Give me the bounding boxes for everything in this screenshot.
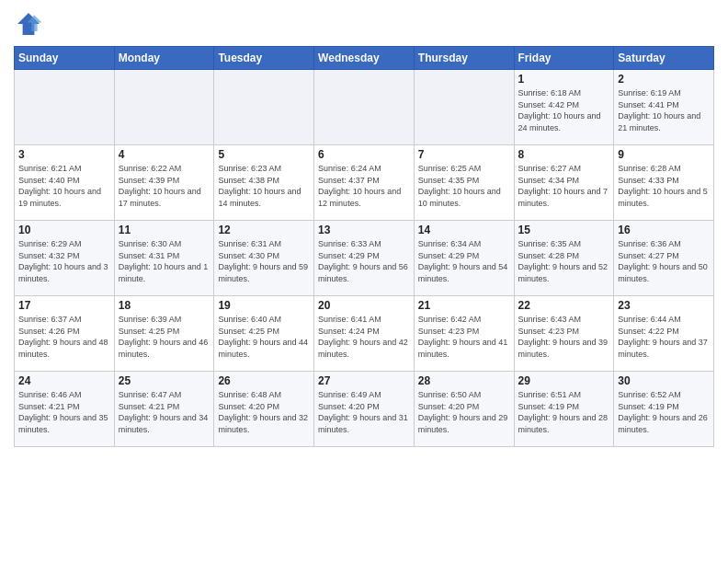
calendar-cell: 13Sunrise: 6:33 AM Sunset: 4:29 PM Dayli… [314,221,415,296]
day-info: Sunrise: 6:34 AM Sunset: 4:29 PM Dayligh… [418,238,510,284]
day-number: 22 [518,299,610,312]
calendar-cell: 9Sunrise: 6:28 AM Sunset: 4:33 PM Daylig… [614,145,714,221]
calendar-table: SundayMondayTuesdayWednesdayThursdayFrid… [14,46,714,447]
calendar-cell: 1Sunrise: 6:18 AM Sunset: 4:42 PM Daylig… [514,70,614,145]
day-number: 7 [418,148,510,161]
calendar-cell: 20Sunrise: 6:41 AM Sunset: 4:24 PM Dayli… [314,296,415,372]
calendar-cell: 24Sunrise: 6:46 AM Sunset: 4:21 PM Dayli… [15,372,115,447]
calendar-cell: 7Sunrise: 6:25 AM Sunset: 4:35 PM Daylig… [414,145,514,221]
calendar-cell: 25Sunrise: 6:47 AM Sunset: 4:21 PM Dayli… [114,372,214,447]
day-number: 29 [518,374,610,387]
day-number: 19 [218,299,310,312]
day-number: 10 [18,224,110,236]
calendar-cell [214,70,314,145]
calendar-cell: 28Sunrise: 6:50 AM Sunset: 4:20 PM Dayli… [414,372,514,447]
day-info: Sunrise: 6:46 AM Sunset: 4:21 PM Dayligh… [18,389,110,435]
calendar-cell: 29Sunrise: 6:51 AM Sunset: 4:19 PM Dayli… [514,372,614,447]
weekday-header-monday: Monday [114,47,214,70]
day-info: Sunrise: 6:42 AM Sunset: 4:23 PM Dayligh… [418,314,510,360]
day-info: Sunrise: 6:33 AM Sunset: 4:29 PM Dayligh… [318,238,410,284]
day-info: Sunrise: 6:52 AM Sunset: 4:19 PM Dayligh… [618,389,710,435]
day-number: 16 [618,224,710,236]
logo-icon [14,9,43,39]
day-info: Sunrise: 6:49 AM Sunset: 4:20 PM Dayligh… [318,389,410,435]
day-info: Sunrise: 6:35 AM Sunset: 4:28 PM Dayligh… [518,238,610,284]
day-number: 1 [518,73,610,86]
day-number: 5 [218,148,310,161]
calendar-cell: 27Sunrise: 6:49 AM Sunset: 4:20 PM Dayli… [314,372,415,447]
day-info: Sunrise: 6:37 AM Sunset: 4:26 PM Dayligh… [18,314,110,360]
day-number: 9 [618,148,710,161]
calendar-cell: 26Sunrise: 6:48 AM Sunset: 4:20 PM Dayli… [214,372,314,447]
day-info: Sunrise: 6:28 AM Sunset: 4:33 PM Dayligh… [618,163,710,209]
day-info: Sunrise: 6:48 AM Sunset: 4:20 PM Dayligh… [218,389,310,435]
day-info: Sunrise: 6:25 AM Sunset: 4:35 PM Dayligh… [418,163,510,209]
day-info: Sunrise: 6:36 AM Sunset: 4:27 PM Dayligh… [618,238,710,284]
calendar-cell: 17Sunrise: 6:37 AM Sunset: 4:26 PM Dayli… [15,296,115,372]
calendar-cell: 3Sunrise: 6:21 AM Sunset: 4:40 PM Daylig… [15,145,115,221]
day-number: 4 [119,148,210,161]
calendar-cell [15,70,115,145]
day-number: 20 [318,299,410,312]
day-number: 6 [318,148,410,161]
calendar-week-4: 24Sunrise: 6:46 AM Sunset: 4:21 PM Dayli… [15,372,714,447]
day-number: 8 [518,148,610,161]
weekday-header-saturday: Saturday [614,47,714,70]
header-row: SundayMondayTuesdayWednesdayThursdayFrid… [15,47,714,70]
day-number: 21 [418,299,510,312]
day-info: Sunrise: 6:21 AM Sunset: 4:40 PM Dayligh… [18,163,110,209]
day-info: Sunrise: 6:22 AM Sunset: 4:39 PM Dayligh… [119,163,210,209]
calendar-cell: 8Sunrise: 6:27 AM Sunset: 4:34 PM Daylig… [514,145,614,221]
header [14,9,714,39]
day-number: 17 [18,299,110,312]
day-number: 14 [418,224,510,236]
calendar-week-2: 10Sunrise: 6:29 AM Sunset: 4:32 PM Dayli… [15,221,714,296]
calendar-week-1: 3Sunrise: 6:21 AM Sunset: 4:40 PM Daylig… [15,145,714,221]
day-info: Sunrise: 6:40 AM Sunset: 4:25 PM Dayligh… [218,314,310,360]
day-info: Sunrise: 6:29 AM Sunset: 4:32 PM Dayligh… [18,238,110,284]
day-number: 28 [418,374,510,387]
day-number: 27 [318,374,410,387]
page: SundayMondayTuesdayWednesdayThursdayFrid… [0,0,728,456]
calendar-cell: 21Sunrise: 6:42 AM Sunset: 4:23 PM Dayli… [414,296,514,372]
calendar-cell: 18Sunrise: 6:39 AM Sunset: 4:25 PM Dayli… [114,296,214,372]
calendar-cell: 16Sunrise: 6:36 AM Sunset: 4:27 PM Dayli… [614,221,714,296]
day-info: Sunrise: 6:47 AM Sunset: 4:21 PM Dayligh… [119,389,210,435]
day-info: Sunrise: 6:51 AM Sunset: 4:19 PM Dayligh… [518,389,610,435]
calendar-cell [314,70,415,145]
calendar-cell: 4Sunrise: 6:22 AM Sunset: 4:39 PM Daylig… [114,145,214,221]
day-info: Sunrise: 6:41 AM Sunset: 4:24 PM Dayligh… [318,314,410,360]
day-number: 3 [18,148,110,161]
day-info: Sunrise: 6:44 AM Sunset: 4:22 PM Dayligh… [618,314,710,360]
calendar-cell: 19Sunrise: 6:40 AM Sunset: 4:25 PM Dayli… [214,296,314,372]
calendar-cell: 10Sunrise: 6:29 AM Sunset: 4:32 PM Dayli… [15,221,115,296]
calendar-cell [414,70,514,145]
calendar-cell: 23Sunrise: 6:44 AM Sunset: 4:22 PM Dayli… [614,296,714,372]
calendar-cell: 30Sunrise: 6:52 AM Sunset: 4:19 PM Dayli… [614,372,714,447]
day-number: 25 [119,374,210,387]
day-number: 26 [218,374,310,387]
day-number: 13 [318,224,410,236]
weekday-header-thursday: Thursday [414,47,514,70]
weekday-header-tuesday: Tuesday [214,47,314,70]
day-info: Sunrise: 6:24 AM Sunset: 4:37 PM Dayligh… [318,163,410,209]
day-number: 12 [218,224,310,236]
day-info: Sunrise: 6:50 AM Sunset: 4:20 PM Dayligh… [418,389,510,435]
day-info: Sunrise: 6:39 AM Sunset: 4:25 PM Dayligh… [119,314,210,360]
day-number: 30 [618,374,710,387]
day-info: Sunrise: 6:43 AM Sunset: 4:23 PM Dayligh… [518,314,610,360]
calendar-cell: 14Sunrise: 6:34 AM Sunset: 4:29 PM Dayli… [414,221,514,296]
calendar-cell: 15Sunrise: 6:35 AM Sunset: 4:28 PM Dayli… [514,221,614,296]
day-info: Sunrise: 6:31 AM Sunset: 4:30 PM Dayligh… [218,238,310,284]
weekday-header-wednesday: Wednesday [314,47,415,70]
calendar-cell: 22Sunrise: 6:43 AM Sunset: 4:23 PM Dayli… [514,296,614,372]
calendar-cell: 12Sunrise: 6:31 AM Sunset: 4:30 PM Dayli… [214,221,314,296]
calendar-cell: 11Sunrise: 6:30 AM Sunset: 4:31 PM Dayli… [114,221,214,296]
day-number: 11 [119,224,210,236]
calendar-week-0: 1Sunrise: 6:18 AM Sunset: 4:42 PM Daylig… [15,70,714,145]
weekday-header-friday: Friday [514,47,614,70]
weekday-header-sunday: Sunday [15,47,115,70]
day-info: Sunrise: 6:23 AM Sunset: 4:38 PM Dayligh… [218,163,310,209]
day-number: 23 [618,299,710,312]
calendar-week-3: 17Sunrise: 6:37 AM Sunset: 4:26 PM Dayli… [15,296,714,372]
